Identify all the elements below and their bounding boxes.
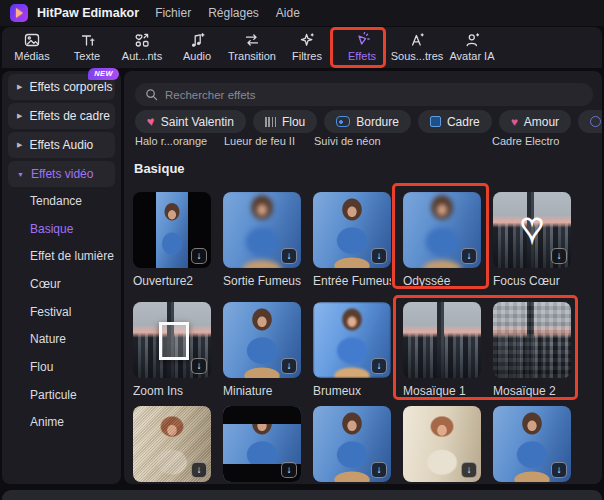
effect-thumbnail[interactable] xyxy=(403,192,481,268)
tab-label: Audio xyxy=(183,50,211,62)
effects-icon xyxy=(353,31,371,49)
sidebar-group-effets-audio[interactable]: ▶ Effets Audio xyxy=(8,132,115,158)
heart-icon xyxy=(511,115,518,129)
tab-texte[interactable]: Texte xyxy=(61,31,113,62)
effect-card-ouverture2[interactable]: Ouverture2 xyxy=(133,192,211,288)
menu-item-reglages[interactable]: Réglages xyxy=(208,6,259,20)
sidebar-group-effets-video[interactable]: ▼ Effets vidéo xyxy=(8,161,115,187)
effect-label: Entrée Fumeuse xyxy=(313,274,391,288)
effect-card-sortie-fumeuse[interactable]: Sortie Fumeuse xyxy=(223,192,301,288)
sidebar-item-coeur[interactable]: Cœur xyxy=(2,270,121,298)
sidebar-group-label: Effets corporels xyxy=(29,80,112,94)
download-icon[interactable] xyxy=(281,358,297,374)
filter-chips: Saint Valentin Flou Bordure Cadre Amour … xyxy=(135,110,592,133)
tab-sous-titres[interactable]: Sous...tres xyxy=(391,31,443,62)
effect-card-brumeux[interactable]: Brumeux xyxy=(313,302,391,398)
bottom-panel-edge xyxy=(2,490,602,500)
effect-label: Mosaïque 2 xyxy=(493,384,571,398)
effect-thumbnail[interactable] xyxy=(493,192,571,268)
chevron-right-icon: ▶ xyxy=(17,141,22,149)
chevron-right-icon: ▶ xyxy=(17,112,22,120)
effect-thumbnail[interactable] xyxy=(493,302,571,378)
download-icon[interactable] xyxy=(191,248,207,264)
sidebar-item-anime[interactable]: Anime xyxy=(2,409,121,437)
effect-card-miniature[interactable]: Miniature xyxy=(223,302,301,398)
sidebar-item-festival[interactable]: Festival xyxy=(2,298,121,326)
menu-item-aide[interactable]: Aide xyxy=(276,6,300,20)
tab-label: Effets xyxy=(348,50,376,62)
sidebar-group-label: Effets vidéo xyxy=(31,167,93,181)
effect-card-odyssee[interactable]: Odyssée xyxy=(403,192,481,288)
chip-flou[interactable]: Flou xyxy=(253,110,317,133)
tab-effets[interactable]: Effets xyxy=(336,31,388,62)
effect-thumbnail[interactable] xyxy=(403,302,481,378)
effect-thumbnail[interactable] xyxy=(313,192,391,268)
media-icon xyxy=(23,31,41,49)
download-icon[interactable] xyxy=(191,358,207,374)
chip-ouverture[interactable]: Ouverture xyxy=(578,110,602,133)
tab-transition[interactable]: Transition xyxy=(226,31,278,62)
effect-card-zoom-ins[interactable]: Zoom Ins xyxy=(133,302,211,398)
download-icon[interactable] xyxy=(281,462,297,478)
menu-item-fichier[interactable]: Fichier xyxy=(155,6,191,20)
effect-card[interactable] xyxy=(493,406,571,484)
effect-card[interactable] xyxy=(313,406,391,484)
sidebar-group-effets-corporels[interactable]: ▶ Effets corporels NEW xyxy=(8,74,115,100)
grid-icon xyxy=(265,117,276,127)
effect-label: Miniature xyxy=(223,384,301,398)
effect-card-entree-fumeuse[interactable]: Entrée Fumeuse xyxy=(313,192,391,288)
download-icon[interactable] xyxy=(461,462,477,478)
tab-audio[interactable]: Audio xyxy=(171,31,223,62)
sidebar-item-nature[interactable]: Nature xyxy=(2,325,121,353)
sidebar-item-effet-de-lumiere[interactable]: Effet de lumière xyxy=(2,242,121,270)
chip-bordure[interactable]: Bordure xyxy=(324,110,411,133)
effect-thumbnail[interactable] xyxy=(313,406,391,482)
sidebar-item-particule[interactable]: Particule xyxy=(2,381,121,409)
effect-thumbnail[interactable] xyxy=(223,192,301,268)
search-input[interactable] xyxy=(165,89,583,101)
menu-items: Fichier Réglages Aide xyxy=(155,6,300,20)
effect-thumbnail[interactable] xyxy=(493,406,571,482)
effect-thumbnail[interactable] xyxy=(313,302,391,378)
effect-thumbnail[interactable] xyxy=(403,406,481,482)
download-icon[interactable] xyxy=(281,248,297,264)
effect-card[interactable] xyxy=(223,406,301,484)
download-icon[interactable] xyxy=(371,248,387,264)
effect-card[interactable] xyxy=(133,406,211,484)
effect-label: Sortie Fumeuse xyxy=(223,274,301,288)
tab-medias[interactable]: Médias xyxy=(6,31,58,62)
sidebar-group-effets-de-cadre[interactable]: ▶ Effets de cadre xyxy=(8,103,115,129)
download-icon[interactable] xyxy=(461,248,477,264)
tab-autocollants[interactable]: Aut...nts xyxy=(116,31,168,62)
sidebar-item-basique[interactable]: Basique xyxy=(2,215,121,243)
chip-label: Flou xyxy=(282,115,305,129)
sidebar-item-tendance[interactable]: Tendance xyxy=(2,187,121,215)
download-icon[interactable] xyxy=(371,462,387,478)
effect-card-mosaique-1[interactable]: Mosaïque 1 xyxy=(403,302,481,398)
effect-card-mosaique-2[interactable]: Mosaïque 2 xyxy=(493,302,571,398)
effect-thumbnail[interactable] xyxy=(133,192,211,268)
tab-avatar-ia[interactable]: Avatar IA xyxy=(446,31,498,62)
download-icon[interactable] xyxy=(551,462,567,478)
tab-label: Aut...nts xyxy=(122,50,162,62)
effect-thumbnail[interactable] xyxy=(133,302,211,378)
effect-thumbnail[interactable] xyxy=(223,406,301,482)
heart-arrow-icon xyxy=(147,114,155,129)
download-icon[interactable] xyxy=(371,358,387,374)
effect-card[interactable] xyxy=(403,406,481,484)
transition-icon xyxy=(243,31,261,49)
download-icon[interactable] xyxy=(551,248,567,264)
tab-label: Avatar IA xyxy=(449,50,494,62)
sidebar-group-label: Effets de cadre xyxy=(29,109,110,123)
sidebar-item-flou[interactable]: Flou xyxy=(2,353,121,381)
tab-label: Sous...tres xyxy=(391,50,444,62)
chip-amour[interactable]: Amour xyxy=(499,110,571,133)
chip-cadre[interactable]: Cadre xyxy=(418,110,492,133)
effect-thumbnail[interactable] xyxy=(133,406,211,482)
effect-card-focus-coeur[interactable]: Focus Cœur xyxy=(493,192,571,288)
tab-filtres[interactable]: Filtres xyxy=(281,31,333,62)
search-bar[interactable] xyxy=(135,83,593,106)
download-icon[interactable] xyxy=(191,462,207,478)
effect-thumbnail[interactable] xyxy=(223,302,301,378)
chip-saint-valentin[interactable]: Saint Valentin xyxy=(135,110,246,133)
